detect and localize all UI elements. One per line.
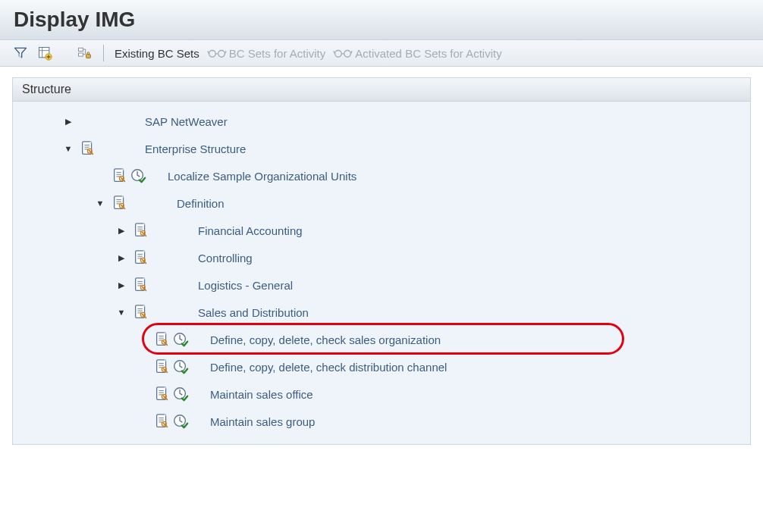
activated-bc-sets-label: Activated BC Sets for Activity bbox=[355, 47, 501, 60]
activity-clock-icon[interactable] bbox=[130, 167, 165, 184]
title-bar: Display IMG bbox=[0, 0, 763, 40]
doc-icon[interactable] bbox=[152, 413, 172, 430]
tree-row: ▶ Financial Accounting bbox=[13, 217, 750, 244]
doc-icon[interactable] bbox=[131, 304, 151, 321]
doc-icon[interactable] bbox=[152, 386, 172, 402]
structure-panel: Structure ▶ SAP NetWeaver ▼ Enterprise S… bbox=[12, 77, 751, 445]
doc-icon[interactable] bbox=[110, 167, 130, 184]
expand-toggle-icon[interactable]: ▶ bbox=[115, 251, 128, 264]
add-sheet-icon[interactable] bbox=[36, 45, 53, 61]
collapse-toggle-icon[interactable]: ▼ bbox=[93, 196, 107, 210]
doc-icon[interactable] bbox=[110, 195, 130, 211]
node-enterprise-structure[interactable]: Enterprise Structure bbox=[133, 142, 246, 155]
tree-row: Define, copy, delete, check sales organi… bbox=[13, 326, 750, 353]
tree-row: ▶ Logistics - General bbox=[13, 271, 750, 299]
node-financial-accounting[interactable]: Financial Accounting bbox=[186, 224, 303, 237]
collapse-toggle-icon[interactable]: ▼ bbox=[115, 305, 128, 319]
img-tree: ▶ SAP NetWeaver ▼ Enterprise Structure L… bbox=[13, 102, 750, 444]
doc-icon[interactable] bbox=[152, 331, 172, 348]
tree-row: Define, copy, delete, check distribution… bbox=[13, 353, 750, 380]
tree-row: Maintain sales group bbox=[13, 408, 750, 435]
toolbar-divider bbox=[103, 45, 104, 61]
expand-toggle-icon[interactable]: ▶ bbox=[115, 278, 128, 292]
doc-icon[interactable] bbox=[78, 140, 98, 157]
page-title: Display IMG bbox=[14, 8, 749, 32]
tree-row: ▼ Definition bbox=[13, 189, 750, 217]
node-define-sales-org[interactable]: Define, copy, delete, check sales organi… bbox=[207, 333, 441, 346]
tree-row: ▼ Sales and Distribution bbox=[13, 299, 750, 326]
tree-lock-icon[interactable] bbox=[76, 45, 93, 61]
doc-icon[interactable] bbox=[131, 249, 151, 266]
node-maintain-sales-group[interactable]: Maintain sales group bbox=[207, 415, 315, 428]
node-definition[interactable]: Definition bbox=[165, 197, 225, 210]
node-sap-netweaver[interactable]: SAP NetWeaver bbox=[133, 115, 228, 128]
expand-toggle-icon[interactable]: ▶ bbox=[61, 114, 75, 128]
expand-toggle-icon[interactable]: ▶ bbox=[115, 224, 128, 237]
tree-row: ▶ SAP NetWeaver bbox=[13, 108, 750, 135]
node-maintain-sales-office[interactable]: Maintain sales office bbox=[207, 388, 313, 401]
activity-clock-icon[interactable] bbox=[172, 413, 207, 430]
node-logistics-general[interactable]: Logistics - General bbox=[186, 279, 293, 292]
node-define-dist-channel[interactable]: Define, copy, delete, check distribution… bbox=[207, 361, 447, 374]
doc-icon[interactable] bbox=[131, 277, 151, 293]
tree-row: Localize Sample Organizational Units bbox=[13, 162, 750, 189]
bc-sets-for-activity-button[interactable]: BC Sets for Activity bbox=[207, 47, 326, 60]
tree-row: ▼ Enterprise Structure bbox=[13, 135, 750, 162]
doc-icon[interactable] bbox=[152, 358, 172, 375]
doc-icon[interactable] bbox=[131, 222, 151, 239]
node-localize-sample[interactable]: Localize Sample Organizational Units bbox=[165, 170, 356, 183]
structure-header: Structure bbox=[13, 78, 750, 102]
collapse-toggle-icon[interactable]: ▼ bbox=[61, 142, 75, 155]
activity-clock-icon[interactable] bbox=[172, 386, 207, 402]
node-sales-distribution[interactable]: Sales and Distribution bbox=[186, 306, 309, 319]
expand-filter-icon[interactable] bbox=[12, 45, 29, 61]
activity-clock-icon[interactable] bbox=[172, 358, 207, 375]
activity-clock-icon[interactable] bbox=[172, 331, 207, 348]
existing-bc-sets-button[interactable]: Existing BC Sets bbox=[115, 47, 199, 60]
activated-bc-sets-button[interactable]: Activated BC Sets for Activity bbox=[333, 47, 501, 60]
tree-row: ▶ Controlling bbox=[13, 244, 750, 271]
tree-row: Maintain sales office bbox=[13, 380, 750, 408]
node-controlling[interactable]: Controlling bbox=[186, 252, 253, 264]
toolbar: Existing BC Sets BC Sets for Activity Ac… bbox=[0, 40, 763, 67]
bc-sets-for-activity-label: BC Sets for Activity bbox=[229, 47, 326, 60]
